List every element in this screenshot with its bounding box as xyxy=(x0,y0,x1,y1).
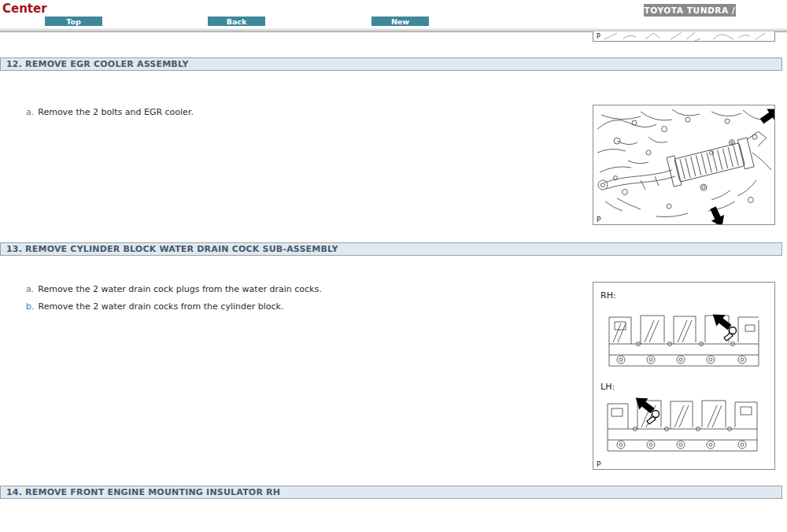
egr-cooler-art xyxy=(593,105,774,224)
lh-label: LH: xyxy=(600,382,615,392)
figure-corner-label: P xyxy=(597,461,600,468)
egr-pipe-art xyxy=(598,170,675,190)
lh-block-art xyxy=(605,394,759,457)
section-header-14: 14. REMOVE FRONT ENGINE MOUNTING INSULAT… xyxy=(0,486,782,499)
rh-label: RH: xyxy=(600,290,616,301)
step-text: Remove the 2 water drain cocks from the … xyxy=(38,301,283,312)
figure-corner-label: P xyxy=(597,33,600,40)
back-button[interactable]: Back xyxy=(208,17,265,26)
previous-figure-partial: P xyxy=(593,31,775,42)
arrow-icon xyxy=(707,205,729,224)
figure-corner-label: P xyxy=(597,216,600,224)
step-13b: b.Remove the 2 water drain cocks from th… xyxy=(26,301,283,312)
page-title: Center xyxy=(2,2,47,16)
drain-cock-icon xyxy=(647,411,660,425)
top-button[interactable]: Top xyxy=(45,17,102,26)
step-letter: a. xyxy=(26,107,34,117)
rh-block-art xyxy=(607,309,761,372)
step-letter: b. xyxy=(26,301,34,312)
step-12a: a.Remove the 2 bolts and EGR cooler. xyxy=(26,107,194,117)
new-button[interactable]: New xyxy=(371,17,429,26)
step-letter: a. xyxy=(26,284,34,294)
vehicle-badge: TOYOTA TUNDRA / xyxy=(644,4,736,17)
section-header-13: 13. REMOVE CYLINDER BLOCK WATER DRAIN CO… xyxy=(0,242,782,256)
drain-cock-icon xyxy=(724,327,737,342)
previous-figure-art xyxy=(593,31,774,41)
section-header-12: 12. REMOVE EGR COOLER ASSEMBLY xyxy=(0,57,782,71)
step-text: Remove the 2 water drain cock plugs from… xyxy=(38,284,321,294)
arrow-icon xyxy=(758,105,774,127)
figure-egr-cooler: P xyxy=(593,105,775,225)
step-13a: a.Remove the 2 water drain cock plugs fr… xyxy=(26,284,322,294)
figure-water-drain-cocks: RH: LH: xyxy=(593,282,775,470)
step-text: Remove the 2 bolts and EGR cooler. xyxy=(38,107,194,117)
